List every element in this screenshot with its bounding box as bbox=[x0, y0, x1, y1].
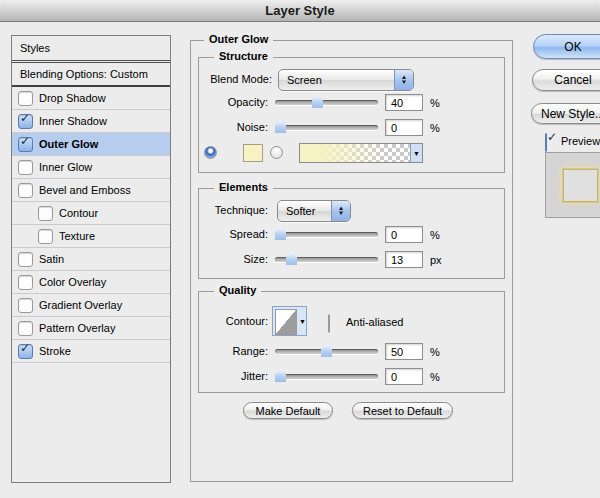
satin-checkbox[interactable] bbox=[18, 252, 33, 267]
size-input[interactable]: 13 bbox=[385, 251, 423, 268]
sidebar-item-gradient-overlay[interactable]: Gradient Overlay bbox=[12, 294, 170, 317]
noise-unit: % bbox=[430, 121, 440, 135]
contour-picker[interactable]: ▼ bbox=[272, 306, 307, 336]
sidebar-item-contour[interactable]: Contour bbox=[12, 202, 170, 225]
size-slider[interactable] bbox=[275, 252, 378, 266]
preview-thumbnail bbox=[563, 169, 598, 202]
contour-checkbox[interactable] bbox=[38, 206, 53, 221]
technique-value: Softer bbox=[278, 205, 331, 217]
range-input[interactable]: 50 bbox=[385, 343, 423, 360]
sidebar-item-satin[interactable]: Satin bbox=[12, 248, 170, 271]
sidebar-item-label: Inner Glow bbox=[39, 161, 92, 173]
blend-mode-label: Blend Mode: bbox=[150, 72, 272, 86]
inner-glow-checkbox[interactable] bbox=[18, 160, 33, 175]
sidebar-item-outer-glow[interactable]: ✓ Outer Glow bbox=[12, 133, 170, 156]
make-default-button[interactable]: Make Default bbox=[243, 402, 333, 419]
sidebar-item-label: Contour bbox=[59, 207, 98, 219]
gradient-radio[interactable] bbox=[270, 146, 283, 159]
noise-label: Noise: bbox=[150, 120, 268, 134]
spread-unit: % bbox=[430, 228, 440, 242]
check-icon: ✓ bbox=[20, 111, 30, 125]
slider-track[interactable] bbox=[275, 125, 378, 130]
sidebar-item-blending-options[interactable]: Blending Options: Custom bbox=[12, 63, 170, 87]
size-label: Size: bbox=[150, 252, 268, 266]
arrow-down-icon: ▼ bbox=[413, 150, 420, 157]
check-icon: ✓ bbox=[20, 341, 30, 355]
sidebar-item-drop-shadow[interactable]: Drop Shadow bbox=[12, 87, 170, 110]
preview-checkbox[interactable]: ✓ bbox=[545, 133, 547, 152]
slider-thumb[interactable] bbox=[275, 227, 286, 240]
styles-header: Styles bbox=[12, 36, 170, 63]
sidebar-item-label: Pattern Overlay bbox=[39, 322, 115, 334]
texture-checkbox[interactable] bbox=[38, 229, 53, 244]
stepper-icon: ▲ ▼ bbox=[394, 70, 413, 90]
anti-aliased-checkbox[interactable] bbox=[328, 314, 330, 333]
slider-track[interactable] bbox=[275, 100, 378, 105]
sidebar-item-label: Color Overlay bbox=[39, 276, 106, 288]
opacity-slider[interactable] bbox=[275, 95, 378, 109]
layer-style-dialog: Layer Style Styles Blending Options: Cus… bbox=[0, 0, 600, 498]
opacity-label: Opacity: bbox=[150, 95, 268, 109]
sidebar-item-inner-glow[interactable]: Inner Glow bbox=[12, 156, 170, 179]
title-bar: Layer Style bbox=[0, 0, 600, 22]
stroke-checkbox[interactable]: ✓ bbox=[18, 344, 33, 359]
sidebar-item-label: Inner Shadow bbox=[39, 115, 107, 127]
gradient-picker[interactable]: ▼ bbox=[299, 143, 423, 163]
cancel-button[interactable]: Cancel bbox=[532, 69, 600, 91]
ok-button[interactable]: OK bbox=[533, 34, 600, 59]
sidebar-item-stroke[interactable]: ✓ Stroke bbox=[12, 340, 170, 363]
jitter-unit: % bbox=[430, 370, 440, 384]
arrow-down-icon: ▼ bbox=[400, 80, 407, 85]
bevel-emboss-checkbox[interactable] bbox=[18, 183, 33, 198]
sidebar-item-inner-shadow[interactable]: ✓ Inner Shadow bbox=[12, 110, 170, 133]
jitter-slider[interactable] bbox=[275, 369, 378, 383]
contour-thumbnail-icon bbox=[275, 309, 297, 335]
spread-slider[interactable] bbox=[275, 227, 378, 241]
drop-shadow-checkbox[interactable] bbox=[18, 91, 33, 106]
sidebar-item-label: Drop Shadow bbox=[39, 92, 106, 104]
slider-thumb[interactable] bbox=[275, 369, 286, 382]
slider-thumb[interactable] bbox=[321, 344, 332, 357]
panel-title: Outer Glow bbox=[204, 33, 273, 45]
sidebar-item-label: Outer Glow bbox=[39, 138, 98, 150]
gradient-overlay-checkbox[interactable] bbox=[18, 298, 33, 313]
anti-aliased-label: Anti-aliased bbox=[346, 315, 403, 329]
technique-select[interactable]: Softer ▲ ▼ bbox=[277, 200, 351, 222]
outer-glow-checkbox[interactable]: ✓ bbox=[18, 137, 33, 152]
sidebar-item-pattern-overlay[interactable]: Pattern Overlay bbox=[12, 317, 170, 340]
glow-color-swatch[interactable] bbox=[243, 144, 263, 162]
spread-input[interactable]: 0 bbox=[385, 226, 423, 243]
range-label: Range: bbox=[150, 344, 268, 358]
sidebar-item-label: Gradient Overlay bbox=[39, 299, 122, 311]
reset-to-default-button[interactable]: Reset to Default bbox=[352, 402, 453, 419]
pattern-overlay-checkbox[interactable] bbox=[18, 321, 33, 336]
sidebar-item-label: Satin bbox=[39, 253, 64, 265]
technique-label: Technique: bbox=[150, 203, 268, 217]
opacity-input[interactable]: 40 bbox=[385, 94, 423, 111]
slider-thumb[interactable] bbox=[286, 252, 297, 265]
contour-label: Contour: bbox=[150, 314, 268, 328]
range-slider[interactable] bbox=[275, 344, 378, 358]
sidebar-item-bevel-and-emboss[interactable]: Bevel and Emboss bbox=[12, 179, 170, 202]
new-style-button[interactable]: New Style... bbox=[531, 103, 600, 124]
color-overlay-checkbox[interactable] bbox=[18, 275, 33, 290]
noise-slider[interactable] bbox=[275, 120, 378, 134]
structure-legend: Structure bbox=[214, 50, 273, 62]
color-radio[interactable] bbox=[204, 146, 217, 159]
jitter-label: Jitter: bbox=[150, 369, 268, 383]
slider-track[interactable] bbox=[275, 232, 378, 237]
slider-thumb[interactable] bbox=[312, 95, 323, 108]
sidebar-item-texture[interactable]: Texture bbox=[12, 225, 170, 248]
size-unit: px bbox=[430, 253, 442, 267]
jitter-input[interactable]: 0 bbox=[385, 368, 423, 385]
sidebar-item-color-overlay[interactable]: Color Overlay bbox=[12, 271, 170, 294]
noise-input[interactable]: 0 bbox=[385, 119, 423, 136]
gradient-dropdown[interactable]: ▼ bbox=[410, 144, 422, 162]
slider-thumb[interactable] bbox=[275, 120, 286, 133]
check-icon: ✓ bbox=[547, 130, 557, 144]
sidebar-item-label: Bevel and Emboss bbox=[39, 184, 131, 196]
inner-shadow-checkbox[interactable]: ✓ bbox=[18, 114, 33, 129]
slider-track[interactable] bbox=[275, 374, 378, 379]
blend-mode-select[interactable]: Screen ▲ ▼ bbox=[278, 69, 414, 91]
window-title: Layer Style bbox=[265, 3, 334, 18]
